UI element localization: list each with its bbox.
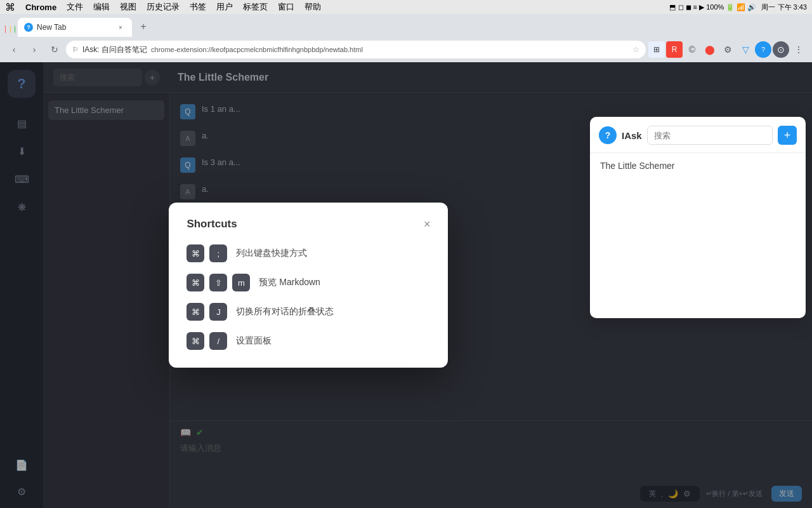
key-cmd-3: ⌘ — [187, 303, 204, 321]
bookmark-star-icon[interactable]: ☆ — [632, 45, 639, 54]
menu-right-status: ⬒ ◻ ◼ ≡ ▶ 100% 🔋 📶 🔊 — [669, 3, 756, 11]
menubar-view[interactable]: 视图 — [120, 1, 136, 13]
back-button[interactable]: ‹ — [5, 41, 23, 58]
more-button[interactable]: ⋮ — [790, 41, 807, 58]
shortcut-label-3: 切换所有对话的折叠状态 — [236, 306, 334, 318]
extension-icon-4[interactable]: ⬤ — [702, 41, 718, 58]
key-j: J — [209, 303, 227, 321]
tab-close-button[interactable]: × — [115, 22, 126, 32]
modal-title: Shortcuts — [187, 218, 237, 231]
iask-note-item[interactable]: The Little Schemer — [590, 153, 806, 178]
key-cmd-1: ⌘ — [187, 244, 204, 262]
forward-button[interactable]: › — [25, 41, 43, 58]
menubar-bookmarks[interactable]: 书签 — [190, 1, 206, 13]
browser-tab[interactable]: ? New Tab × — [18, 18, 132, 37]
extension-icon-3[interactable]: © — [684, 41, 700, 58]
iask-logo: ? — [599, 126, 617, 144]
site-name: IAsk: 自问自答笔记 — [82, 44, 147, 55]
shortcut-row-1: ⌘ ; 列出键盘快捷方式 — [187, 244, 430, 262]
app-content: ? ▤ ⬇ ⌨ ❋ 📄 ⚙ + The Little Schemer — [0, 62, 812, 508]
iask-header: ? IAsk + — [590, 117, 806, 153]
lock-icon: ⚐ — [72, 46, 79, 54]
key-semi: ; — [209, 244, 227, 262]
menubar-chrome[interactable]: Chrome — [25, 3, 56, 12]
tab-favicon: ? — [24, 23, 33, 32]
menubar-help[interactable]: 帮助 — [304, 1, 321, 13]
browser-toolbar: ⊞ R © ⬤ ⚙ ▽ ? ⊙ ⋮ — [648, 41, 807, 58]
url-bar[interactable]: ⚐ IAsk: 自问自答笔记 chrome-extension://keofpa… — [66, 41, 646, 58]
shortcut-label-4: 设置面板 — [236, 335, 272, 347]
menubar-history[interactable]: 历史记录 — [147, 1, 180, 13]
menubar-window[interactable]: 窗口 — [278, 1, 294, 13]
menubar-tabs[interactable]: 标签页 — [243, 1, 268, 13]
url-text: chrome-extension://keofpacpcmelcnbmicfhl… — [151, 46, 363, 53]
shortcuts-modal: Shortcuts × ⌘ ; 列出键盘快捷方式 ⌘ ⇧ m 预览 Markdo… — [169, 203, 448, 368]
menubar: ⌘ Chrome 文件 编辑 视图 历史记录 书签 用户 标签页 窗口 帮助 ⬒… — [0, 0, 812, 14]
extension-icon-1[interactable]: ⊞ — [648, 41, 665, 58]
key-slash: / — [209, 332, 227, 350]
apple-menu[interactable]: ⌘ — [5, 1, 15, 13]
key-shift: ⇧ — [209, 274, 227, 291]
address-bar: ‹ › ↻ ⚐ IAsk: 自问自答笔记 chrome-extension://… — [0, 37, 812, 62]
tab-label: New Tab — [37, 23, 66, 32]
browser-frame: ? New Tab × + ‹ › ↻ ⚐ IAsk: 自问自答笔记 chrom… — [0, 14, 812, 508]
menubar-user[interactable]: 用户 — [216, 1, 233, 13]
modal-close-button[interactable]: × — [424, 218, 431, 230]
new-tab-button[interactable]: + — [134, 18, 152, 36]
iask-title: IAsk — [622, 130, 642, 141]
reload-button[interactable]: ↻ — [46, 41, 63, 58]
extension-icon-6[interactable]: ▽ — [737, 41, 754, 58]
extension-icon-5[interactable]: ⚙ — [719, 41, 736, 58]
tab-bar: ? New Tab × + — [0, 14, 812, 37]
shortcut-row-2: ⌘ ⇧ m 预览 Markdown — [187, 274, 430, 291]
shortcut-label-2: 预览 Markdown — [259, 277, 320, 288]
key-m: m — [232, 274, 250, 291]
extension-icon-7[interactable]: ? — [755, 41, 771, 58]
datetime: 周一 下午 3:43 — [761, 3, 807, 12]
shortcut-row-3: ⌘ J 切换所有对话的折叠状态 — [187, 303, 430, 321]
iask-popup: ? IAsk + The Little Schemer — [590, 117, 806, 318]
key-cmd-2: ⌘ — [187, 274, 204, 291]
modal-header: Shortcuts × — [187, 218, 430, 231]
iask-body: The Little Schemer — [590, 153, 806, 318]
profile-icon[interactable]: ⊙ — [773, 41, 789, 58]
iask-search-input[interactable] — [647, 126, 773, 145]
extension-icon-2[interactable]: R — [666, 41, 683, 58]
shortcut-label-1: 列出键盘快捷方式 — [236, 248, 307, 259]
key-cmd-4: ⌘ — [187, 332, 204, 350]
menubar-edit[interactable]: 编辑 — [93, 1, 110, 13]
iask-add-button[interactable]: + — [778, 126, 797, 145]
menubar-file[interactable]: 文件 — [67, 1, 83, 13]
shortcut-row-4: ⌘ / 设置面板 — [187, 332, 430, 350]
